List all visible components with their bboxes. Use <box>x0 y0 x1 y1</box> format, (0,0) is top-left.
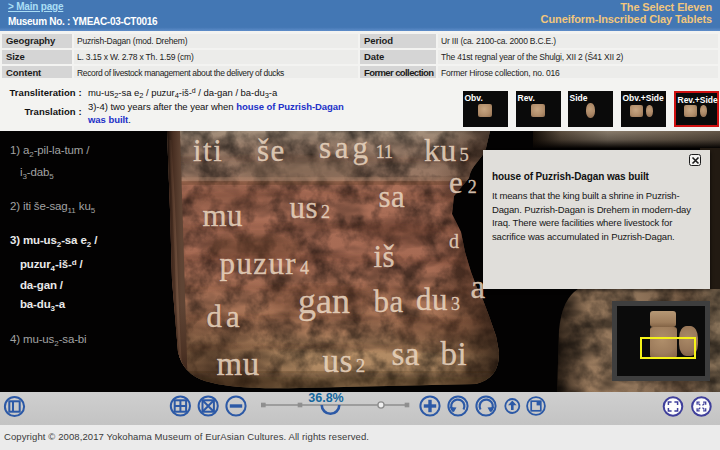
svg-text:36.8%: 36.8% <box>308 392 343 405</box>
